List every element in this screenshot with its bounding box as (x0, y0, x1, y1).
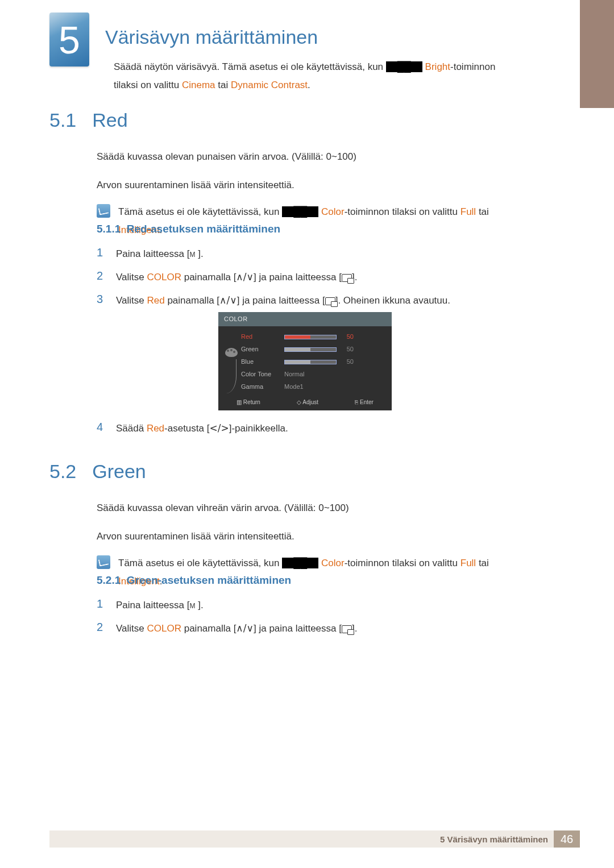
osd-value: 50 (340, 332, 354, 342)
step-num: 3 (97, 293, 106, 413)
step-body: Säädä Red-asetusta [</>]-painikkeella. (116, 421, 517, 436)
note-icon (97, 555, 110, 569)
palette-icon (225, 348, 238, 357)
osd-label: Green (241, 344, 284, 355)
osd-value: 50 (340, 357, 354, 367)
osd-row-red: Red 50 (241, 331, 388, 343)
osd-body: Red 50 Green 50 (218, 326, 392, 394)
note-color: Color (321, 206, 345, 217)
intro-cinema: Cinema (182, 80, 215, 90)
s2a: Valitse (116, 623, 147, 634)
redacted-block: ██ (386, 61, 422, 72)
osd-bar: 50 (284, 344, 388, 355)
intro-end: . (308, 80, 310, 90)
subsec-num: 5.1.1 (97, 223, 121, 235)
osd-bar: 50 (284, 357, 388, 367)
step-1: 1 Paina laitteessa [m ]. (97, 242, 517, 265)
note-p1: Tämä asetus ei ole käytettävissä, kun (118, 558, 282, 568)
osd-adjust-label: Adjust (302, 399, 318, 405)
osd-label: Color Tone (241, 369, 284, 380)
p-red-intensity: Arvon suurentaminen lisää värin intensit… (97, 176, 517, 194)
arrows-icon: ∧/∨ (236, 622, 254, 634)
step-1: 1 Paina laitteessa [m ]. (97, 593, 517, 617)
osd-title: COLOR (218, 312, 392, 327)
s4c: ]-painikkeella. (229, 423, 288, 434)
note-or: tai (476, 206, 489, 217)
osd-return: ▥ Return (237, 398, 260, 407)
subsection-5-2-1-title: 5.2.1 Green-asetuksen määrittäminen (97, 574, 291, 587)
osd-value: Mode1 (284, 382, 304, 392)
note-full: Full (460, 206, 476, 217)
step-num: 2 (97, 621, 106, 636)
osd-adjust: ◇ Adjust (297, 398, 318, 407)
s1a: Paina laitteessa [ (116, 248, 189, 259)
s3d: ]. Oheinen ikkuna avautuu. (335, 295, 450, 306)
s4-red: Red (147, 423, 164, 434)
subsec-title-text: Red-asetuksen määrittäminen (127, 223, 280, 235)
step-2: 2 Valitse COLOR painamalla [∧/∨] ja pain… (97, 265, 517, 289)
redacted-block: ██ (282, 558, 318, 568)
intro-bright: Bright (425, 61, 450, 72)
chapter-title: Värisävyn määrittäminen (105, 26, 318, 48)
osd-row-green: Green 50 (241, 343, 388, 356)
step-body: Paina laitteessa [m ]. (116, 246, 517, 261)
enter-icon (342, 274, 352, 282)
step-num: 1 (97, 246, 106, 261)
s3c: ] ja paina laitteessa [ (237, 295, 325, 306)
osd-label: Gamma (241, 382, 284, 392)
note-p2: -toiminnon tilaksi on valittu (345, 558, 460, 568)
s3b: painamalla [ (165, 295, 219, 306)
osd-row-gamma: Gamma Mode1 (241, 381, 388, 393)
osd-return-label: Return (243, 399, 260, 405)
subsection-5-1-1-title: 5.1.1 Red-asetuksen määrittäminen (97, 223, 280, 235)
intro-text: Säädä näytön värisävyä. Tämä asetus ei o… (114, 61, 386, 72)
osd-enter-label: Enter (360, 399, 374, 405)
side-accent-bar (580, 0, 614, 108)
osd-label: Red (241, 332, 284, 342)
step-3: 3 Valitse Red painamalla [∧/∨] ja paina … (97, 289, 517, 417)
step-num: 1 (97, 597, 106, 613)
arrows-icon: ∧/∨ (236, 271, 254, 283)
s2-color: COLOR (147, 623, 181, 634)
section-title: Red (92, 109, 127, 131)
curve-decoration (226, 359, 237, 393)
osd-value: Normal (284, 369, 304, 380)
section-title: Green (92, 460, 146, 483)
enter-icon (325, 297, 335, 305)
page-footer: 5 Värisävyn määrittäminen 46 (49, 830, 580, 848)
section-5-2-header: 5.2 Green (49, 460, 146, 483)
subsec-num: 5.2.1 (97, 574, 121, 586)
osd-list: Red 50 Green 50 (241, 331, 388, 393)
osd-bar: 50 (284, 332, 388, 342)
arrows-icon: ∧/∨ (219, 294, 237, 306)
osd-row-colortone: Color Tone Normal (241, 368, 388, 381)
note-full: Full (460, 558, 476, 568)
p-green-intensity: Arvon suurentaminen lisää värin intensit… (97, 528, 517, 546)
footer-text: 5 Värisävyn määrittäminen (440, 834, 554, 844)
intro-or: tai (215, 80, 231, 90)
note-color: Color (321, 558, 345, 568)
subsec-title-text: Green-asetuksen määrittäminen (127, 574, 291, 586)
p-green-range: Säädä kuvassa olevan vihreän värin arvoa… (97, 499, 517, 517)
redacted-block: ██ (282, 206, 318, 217)
step-body: Valitse Red painamalla [∧/∨] ja paina la… (116, 293, 517, 413)
s4b: -asetusta [ (164, 423, 209, 434)
s4a: Säädä (116, 423, 147, 434)
page-number: 46 (554, 830, 580, 848)
step-4: 4 Säädä Red-asetusta [</>]-painikkeella. (97, 417, 517, 440)
chapter-intro: Säädä näytön värisävyä. Tämä asetus ei o… (114, 58, 512, 95)
note-p1: Tämä asetus ei ole käytettävissä, kun (118, 206, 282, 217)
s2c: ] ja paina laitteessa [ (254, 623, 342, 634)
note-icon (97, 204, 110, 218)
osd-left-pane (222, 331, 241, 393)
steps-5-2: 1 Paina laitteessa [m ]. 2 Valitse COLOR… (97, 593, 517, 640)
s1b: ]. (198, 600, 203, 610)
s1b: ]. (198, 248, 203, 259)
s2c: ] ja paina laitteessa [ (254, 272, 342, 283)
enter-icon (342, 625, 352, 633)
intro-dynamic: Dynamic Contrast (231, 80, 308, 90)
step-body: Valitse COLOR painamalla [∧/∨] ja paina … (116, 621, 517, 636)
step-body: Paina laitteessa [m ]. (116, 597, 517, 613)
s2-color: COLOR (147, 272, 181, 283)
section-number: 5.2 (49, 460, 76, 483)
